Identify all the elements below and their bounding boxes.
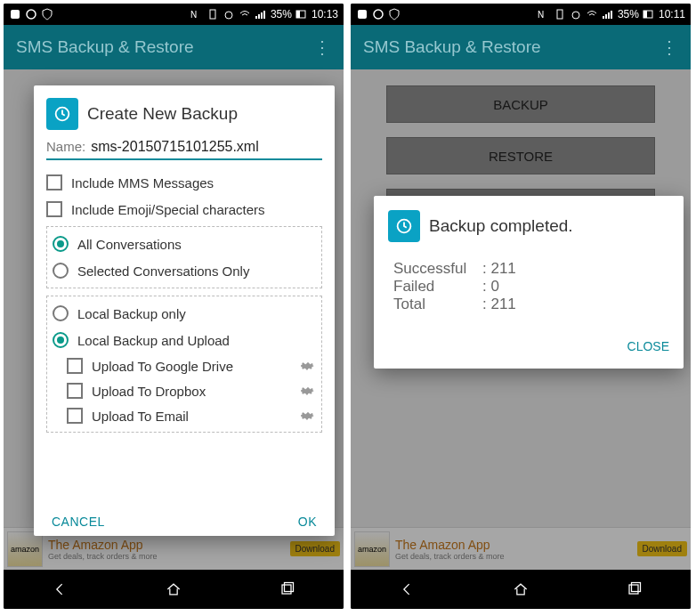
svg-rect-6	[296, 11, 300, 18]
name-label: Name:	[46, 139, 85, 154]
overflow-menu-icon[interactable]: ⋮	[660, 36, 678, 58]
stat-failed-label: Failed	[393, 278, 482, 296]
dialog-title: Backup completed.	[429, 216, 573, 236]
checkbox-icon	[46, 201, 62, 217]
checkbox-include-mms[interactable]: Include MMS Messages	[46, 169, 322, 196]
svg-rect-19	[632, 583, 641, 592]
alarm-icon	[223, 8, 235, 20]
dialog-title: Create New Backup	[87, 104, 238, 124]
backup-stats: Successful: 211 Failed: 0 Total: 211	[388, 251, 669, 322]
close-button[interactable]: CLOSE	[627, 339, 669, 353]
nav-bar	[4, 570, 344, 609]
radio-selected-icon	[53, 332, 69, 348]
nfc-icon: N	[538, 8, 550, 20]
stat-successful-label: Successful	[393, 260, 482, 278]
svg-point-1	[27, 10, 36, 19]
stat-total-value: : 211	[482, 296, 516, 313]
svg-point-4	[225, 12, 232, 19]
overflow-menu-icon[interactable]: ⋮	[313, 36, 331, 58]
notification-icon	[9, 8, 21, 20]
status-bar: N 35% 10:13	[4, 4, 344, 25]
svg-text:N: N	[190, 10, 197, 20]
svg-text:N: N	[538, 10, 544, 20]
nav-bar	[351, 570, 691, 609]
clock-text: 10:11	[659, 8, 685, 20]
svg-rect-18	[629, 585, 638, 594]
gear-icon[interactable]	[300, 383, 316, 399]
checkbox-include-emoji[interactable]: Include Emoji/Special characters	[46, 196, 322, 223]
svg-rect-0	[11, 10, 20, 19]
svg-rect-8	[282, 585, 291, 594]
status-bar: N 35% 10:11	[351, 4, 691, 25]
vibrate-icon	[554, 8, 566, 20]
signal-icon	[602, 8, 614, 20]
checkbox-icon	[67, 383, 83, 399]
notification-icon	[356, 8, 368, 20]
signal-icon	[255, 8, 267, 20]
svg-rect-16	[643, 11, 647, 18]
ok-button[interactable]: OK	[298, 515, 317, 529]
phone-screen-left: N 35% 10:13 SMS Backup & Restore ⋮ amazo…	[4, 4, 344, 609]
battery-text: 35%	[618, 8, 639, 20]
create-backup-dialog: Create New Backup Name: sms-201507151012…	[34, 85, 335, 536]
name-value: sms-20150715101255.xml	[91, 139, 259, 155]
stat-successful-value: : 211	[482, 260, 516, 278]
app-title: SMS Backup & Restore	[363, 37, 541, 57]
checkbox-icon	[46, 174, 62, 190]
stat-total-label: Total	[393, 296, 482, 313]
svg-rect-3	[210, 10, 215, 19]
back-icon[interactable]	[399, 580, 417, 598]
checkbox-icon	[67, 408, 83, 424]
stat-failed-value: : 0	[482, 278, 499, 296]
radio-all-conversations[interactable]: All Conversations	[53, 231, 316, 257]
checkbox-upload-dropbox[interactable]: Upload To Dropbox	[53, 378, 316, 403]
recent-icon[interactable]	[625, 580, 643, 598]
shield-icon	[41, 8, 53, 20]
radio-icon	[53, 305, 69, 321]
nfc-icon: N	[190, 8, 203, 20]
backup-name-field[interactable]: Name: sms-20150715101255.xml	[46, 139, 322, 160]
gear-icon[interactable]	[300, 408, 316, 424]
wifi-icon	[239, 8, 251, 20]
sync-icon	[372, 8, 384, 20]
app-bar: SMS Backup & Restore ⋮	[4, 25, 344, 69]
phone-screen-right: N 35% 10:11 SMS Backup & Restore ⋮ BACKU…	[351, 4, 691, 609]
home-icon[interactable]	[165, 580, 182, 598]
radio-selected-icon	[53, 236, 69, 252]
radio-local-only[interactable]: Local Backup only	[53, 300, 316, 327]
shield-icon	[388, 8, 401, 20]
radio-icon	[53, 263, 69, 279]
radio-local-and-upload[interactable]: Local Backup and Upload	[53, 327, 316, 353]
checkbox-upload-drive[interactable]: Upload To Google Drive	[53, 353, 316, 378]
backup-complete-dialog: Backup completed. Successful: 211 Failed…	[374, 196, 684, 369]
svg-rect-9	[285, 583, 294, 592]
vibrate-icon	[206, 8, 219, 20]
app-logo-icon	[46, 98, 78, 130]
app-bar: SMS Backup & Restore ⋮	[351, 25, 691, 69]
battery-icon	[643, 8, 655, 20]
battery-icon	[295, 8, 308, 20]
cancel-button[interactable]: CANCEL	[52, 515, 105, 529]
radio-selected-conversations[interactable]: Selected Conversations Only	[53, 257, 316, 284]
app-logo-icon	[388, 210, 420, 242]
svg-rect-10	[358, 10, 367, 19]
checkbox-upload-email[interactable]: Upload To Email	[53, 403, 316, 428]
wifi-icon	[586, 8, 598, 20]
recent-icon[interactable]	[278, 580, 295, 598]
alarm-icon	[570, 8, 582, 20]
svg-rect-13	[557, 10, 562, 19]
clock-text: 10:13	[312, 8, 338, 20]
svg-point-14	[572, 12, 579, 19]
home-icon[interactable]	[512, 580, 530, 598]
gear-icon[interactable]	[300, 358, 316, 374]
app-title: SMS Backup & Restore	[16, 37, 194, 57]
checkbox-icon	[67, 358, 83, 374]
battery-text: 35%	[271, 8, 292, 20]
back-icon[interactable]	[52, 580, 69, 598]
sync-icon	[25, 8, 37, 20]
svg-point-11	[374, 10, 383, 19]
